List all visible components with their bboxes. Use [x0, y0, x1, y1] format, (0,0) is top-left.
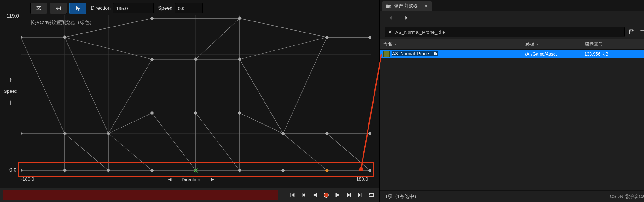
blendspace-editor: Direction 135.0 Speed 0.0 长按Ctrl键设置预览点（绿… [0, 0, 379, 202]
close-tab-button[interactable]: ✕ [424, 3, 428, 9]
step-back-button[interactable] [299, 191, 308, 199]
sort-asc-icon: ▲ [536, 43, 539, 46]
sort-asc-icon: ▲ [394, 43, 397, 46]
row-disk: 133.956 KiB [581, 51, 644, 56]
x-axis-text: Direction [182, 177, 200, 182]
blendspace-toolbar: Direction 135.0 Speed 0.0 [30, 3, 203, 14]
nav-back-button[interactable] [386, 13, 395, 22]
row-name: AS_Normal_Prone_Idle [392, 51, 438, 56]
asset-list: AS_Normal_Prone_Idle /All/Game/Asset 133… [380, 50, 644, 190]
speed-label: Speed [158, 5, 172, 11]
x-axis-max: 180.0 [356, 176, 368, 181]
arrow-right-icon: —► [205, 176, 215, 183]
show-triangulation-button[interactable] [30, 3, 47, 14]
search-value: AS_Normal_Prone_Idle [395, 29, 445, 35]
y-axis-max: 119.0 [6, 13, 19, 19]
blendspace-grid[interactable] [21, 15, 371, 173]
svg-rect-0 [60, 7, 61, 10]
arrow-down-icon: ↓ [9, 98, 12, 106]
asset-browser-panel: 资产浏览器 ✕ ✕ AS_Normal_Prone_Idle 命名▲ 路径▲ 磁… [379, 0, 644, 202]
select-tool-button[interactable] [69, 3, 86, 14]
y-axis-text: Speed [4, 88, 17, 94]
to-end-button[interactable] [356, 191, 364, 199]
nav-row [380, 11, 644, 25]
cursor-icon [74, 5, 81, 12]
table-row[interactable]: AS_Normal_Prone_Idle /All/Game/Asset 133… [380, 50, 644, 58]
direction-value: 135.0 [116, 6, 128, 11]
y-axis-label: ↑ Speed ↓ [4, 76, 17, 106]
arrow-left-icon: ◄— [167, 176, 177, 183]
x-axis-min: -180.0 [21, 176, 34, 181]
y-axis-min: 0.0 [9, 167, 16, 173]
direction-field[interactable]: 135.0 [113, 3, 154, 13]
toolbar-back-button[interactable] [50, 3, 67, 14]
panel-tab-row: 资产浏览器 ✕ [380, 0, 644, 11]
direction-label: Direction [91, 5, 111, 11]
svg-point-18 [324, 193, 329, 198]
x-axis-label: ◄— Direction —► [167, 176, 215, 183]
asset-browser-tab[interactable]: 资产浏览器 ✕ [382, 1, 432, 11]
nav-forward-button[interactable] [402, 13, 410, 22]
svg-rect-21 [630, 30, 633, 31]
back-arrow-icon [55, 5, 62, 12]
speed-field[interactable]: 0.0 [175, 3, 203, 13]
col-header-path[interactable]: 路径▲ [522, 39, 582, 49]
watermark-text: CSDN @涂欢Caroline [610, 193, 644, 199]
loop-button[interactable] [368, 191, 376, 199]
step-forward-button[interactable] [345, 191, 353, 199]
col-header-disk[interactable]: 磁盘空间 [582, 39, 644, 49]
table-header: 命名▲ 路径▲ 磁盘空间 拥有虚 [380, 39, 644, 50]
to-start-button[interactable] [288, 191, 296, 199]
timeline-scrubber[interactable] [3, 190, 278, 200]
speed-value: 0.0 [178, 6, 184, 11]
play-button[interactable] [334, 191, 342, 199]
col-header-name[interactable]: 命名▲ [380, 39, 522, 49]
folder-search-icon [386, 4, 392, 8]
clear-search-button[interactable]: ✕ [388, 29, 392, 35]
tab-title: 资产浏览器 [394, 3, 418, 9]
asset-thumb-icon [383, 51, 390, 57]
triangulation-icon [35, 5, 42, 12]
status-bar: 1项（1被选中） CSDN @涂欢Caroline [380, 190, 644, 202]
arrow-up-icon: ↑ [9, 76, 12, 84]
record-button[interactable] [322, 191, 330, 199]
search-input[interactable]: ✕ AS_Normal_Prone_Idle [385, 27, 625, 37]
save-icon[interactable] [628, 28, 635, 36]
selection-status: 1项（1被选中） [385, 193, 419, 199]
filter-icon[interactable] [639, 28, 644, 36]
playback-bar [0, 188, 379, 202]
search-row: ✕ AS_Normal_Prone_Idle [380, 25, 644, 39]
play-reverse-button[interactable] [311, 191, 319, 199]
row-path: /All/Game/Asset [522, 51, 581, 56]
